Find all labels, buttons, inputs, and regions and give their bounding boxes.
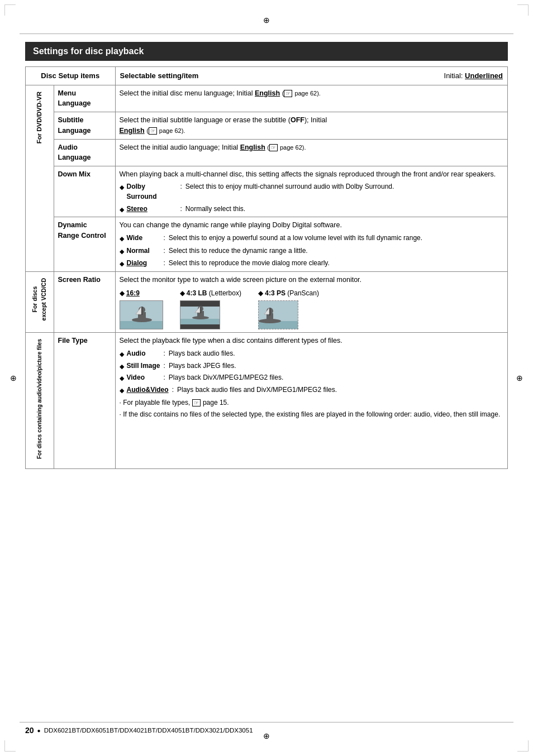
header-initial: Initial: Underlined	[444, 70, 503, 82]
svg-rect-1	[120, 321, 163, 329]
hr-top	[20, 34, 513, 34]
main-content: Settings for disc playback Disc Setup it…	[25, 42, 508, 717]
corner-mark-br	[517, 740, 529, 752]
header-selectable-text: Selectable setting/item	[120, 71, 199, 80]
registration-mark-right: ⊕	[516, 374, 523, 382]
svg-rect-5	[141, 307, 142, 315]
page-number: 20	[25, 726, 34, 735]
ratio-169: ◆ 16:9	[120, 288, 163, 329]
item-menu-language: MenuLanguage	[54, 85, 115, 112]
item-screen-ratio: Screen Ratio	[54, 271, 115, 333]
table-row-menu-language: For DVD/DVD-VR MenuLanguage Select the i…	[26, 85, 508, 112]
screen-ratio-options: ◆ 16:9	[120, 288, 504, 329]
desc-menu-language: Select the initial disc menu language; I…	[115, 85, 508, 112]
table-row-down-mix: Down Mix When playing back a multi-chann…	[26, 166, 508, 217]
page-title: Settings for disc playback	[25, 42, 508, 61]
hr-bottom	[20, 722, 513, 722]
item-down-mix: Down Mix	[54, 166, 115, 217]
table-row-file-type: For discs containing audio/video/picture…	[26, 333, 508, 469]
ratio-43ps: ◆ 4:3 PS (PanScan)	[258, 288, 319, 329]
svg-rect-13	[200, 307, 201, 313]
section-label-discs: For discsexcept VCD/CD	[26, 271, 54, 333]
section-label-dvd: For DVD/DVD-VR	[26, 85, 54, 271]
corner-mark-tl	[4, 4, 16, 16]
desc-file-type: Select the playback file type when a dis…	[115, 333, 508, 469]
item-subtitle-language: SubtitleLanguage	[54, 112, 115, 140]
table-row-dynamic-range: DynamicRange Control You can change the …	[26, 217, 508, 271]
desc-audio-language: Select the initial audio language; Initi…	[115, 139, 508, 166]
page-footer: 20 ● DDX6021BT/DDX6051BT/DDX4021BT/DDX40…	[25, 726, 508, 735]
corner-mark-bl	[4, 740, 16, 752]
desc-screen-ratio: Select the monitor type to watch a wide …	[115, 271, 508, 333]
section-label-audio-video: For discs containing audio/video/picture…	[26, 333, 54, 469]
header-disc-setup: Disc Setup items	[26, 67, 116, 85]
table-row-subtitle-language: SubtitleLanguage Select the initial subt…	[26, 112, 508, 140]
ratio-img-43ps	[258, 300, 298, 329]
ratio-43lb: ◆ 4:3 LB (Letterbox)	[180, 288, 241, 329]
item-audio-language: AudioLanguage	[54, 139, 115, 166]
settings-table: Disc Setup items Selectable setting/item…	[25, 66, 508, 469]
svg-rect-9	[180, 319, 220, 324]
table-row-screen-ratio: For discsexcept VCD/CD Screen Ratio Sele…	[26, 271, 508, 333]
registration-mark-left: ⊕	[10, 374, 17, 382]
table-row-audio-language: AudioLanguage Select the initial audio l…	[26, 139, 508, 166]
table-header-row: Disc Setup items Selectable setting/item…	[26, 67, 508, 85]
desc-subtitle-language: Select the initial subtitle language or …	[115, 112, 508, 140]
model-number: DDX6021BT/DDX6051BT/DDX4021BT/DDX4051BT/…	[44, 727, 253, 734]
item-file-type: File Type	[54, 333, 115, 469]
registration-mark-top: ⊕	[263, 16, 270, 25]
ratio-img-43lb	[180, 300, 220, 329]
header-selectable: Selectable setting/item Initial: Underli…	[115, 67, 508, 85]
ratio-img-169	[120, 300, 163, 329]
item-dynamic-range: DynamicRange Control	[54, 217, 115, 271]
header-initial-underline: Underlined	[465, 71, 503, 80]
desc-down-mix: When playing back a multi-channel disc, …	[115, 166, 508, 217]
desc-dynamic-range: You can change the dynamic range while p…	[115, 217, 508, 271]
corner-mark-tr	[517, 4, 529, 16]
svg-rect-20	[269, 308, 270, 315]
